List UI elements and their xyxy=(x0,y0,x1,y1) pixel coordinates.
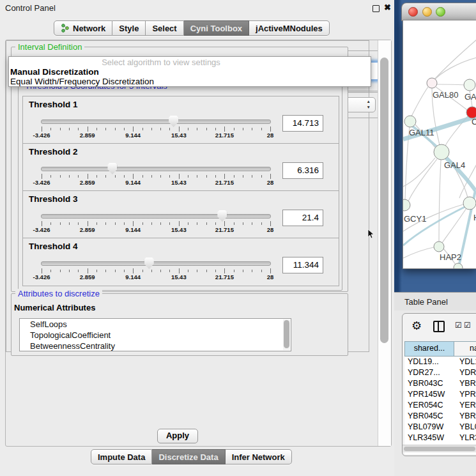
table-row[interactable]: YER054CYER0 xyxy=(404,400,476,411)
tab-style[interactable]: Style xyxy=(112,20,146,36)
tick-mark xyxy=(224,221,225,226)
checkbox-icon[interactable]: ☑ xyxy=(455,321,462,330)
table-row[interactable]: YPR145WYPR1 xyxy=(404,389,476,400)
cell-name: YBR0 xyxy=(459,411,476,422)
tick-label: 15.43 xyxy=(171,226,187,233)
table-row[interactable]: YLR345WYLR3 xyxy=(404,433,476,443)
tick-mark xyxy=(60,175,61,178)
list-scrollbar-thumb[interactable] xyxy=(284,320,289,348)
tick-mark xyxy=(215,175,216,178)
list-item[interactable]: SelfLoops xyxy=(20,319,291,330)
tab-network[interactable]: Network xyxy=(54,20,112,36)
network-edge xyxy=(411,87,428,116)
tick-mark xyxy=(60,128,61,130)
columns-icon[interactable] xyxy=(433,321,445,332)
network-graph: GAL80GACGAL11GAL4GCY1HHAP2 xyxy=(403,20,476,268)
cell-shared-name: YBL079W xyxy=(404,422,459,433)
table-panel-title: Table Panel xyxy=(404,297,448,307)
tick-mark xyxy=(206,270,207,272)
network-node-gal4[interactable] xyxy=(434,144,449,160)
table-toolbar: ⚙ ☑ ☑ xyxy=(403,314,476,339)
threshold-row: Threshold 4-3.4262.8599.14415.4321.71528… xyxy=(22,238,339,286)
column-header-shared-name[interactable]: shared... xyxy=(405,342,454,356)
tick-mark xyxy=(69,270,70,272)
table-row[interactable]: YBR043CYBR0 xyxy=(404,378,476,389)
network-node-node-right[interactable] xyxy=(463,197,476,210)
tab-jactivemnodules[interactable]: jActiveMNodules xyxy=(249,20,330,36)
threshold-slider-track[interactable] xyxy=(41,119,271,124)
tick-mark xyxy=(151,222,152,225)
threshold-value-field[interactable]: 14.713 xyxy=(282,115,323,132)
numerical-attributes-label: Numerical Attributes xyxy=(14,303,95,312)
tick-mark xyxy=(105,128,106,130)
network-node-gcy1[interactable] xyxy=(403,199,410,211)
tick-mark xyxy=(96,128,97,130)
tick-mark xyxy=(151,175,152,178)
minimize-traffic-light-icon[interactable] xyxy=(422,7,432,17)
tick-mark xyxy=(252,222,252,225)
tick-mark xyxy=(60,270,61,272)
tick-mark xyxy=(42,221,42,226)
checkbox-icon[interactable]: ☑ xyxy=(464,321,471,330)
tick-label: 21.715 xyxy=(215,273,234,280)
tick-mark xyxy=(160,270,161,272)
tick-mark xyxy=(197,270,197,272)
network-node-node-top-right[interactable] xyxy=(464,79,475,91)
tick-mark xyxy=(142,270,143,272)
tick-mark xyxy=(115,175,116,178)
numerical-attributes-list[interactable]: SelfLoopsTopologicalCoefficientBetweenne… xyxy=(19,318,291,351)
table-row[interactable]: YBL079WYBL0 xyxy=(404,422,476,433)
dropdown-option-equal-width[interactable]: Equal Width/Frequency Discretization xyxy=(9,77,371,86)
node-label-gal4: GAL4 xyxy=(444,160,465,170)
table-row[interactable]: YDL19...YDL1 xyxy=(404,357,476,367)
horizontal-scrollbar-thumb[interactable] xyxy=(404,447,475,451)
apply-button[interactable]: Apply xyxy=(157,429,198,443)
tick-mark xyxy=(169,128,170,130)
gear-icon[interactable]: ⚙ xyxy=(411,319,422,333)
zoom-traffic-light-icon[interactable] xyxy=(436,7,445,17)
close-traffic-light-icon[interactable] xyxy=(408,7,418,17)
horizontal-scrollbar[interactable] xyxy=(403,445,476,452)
tab-select[interactable]: Select xyxy=(146,20,183,36)
close-icon[interactable]: ✖ xyxy=(384,3,391,12)
network-node-gal80[interactable] xyxy=(427,78,437,88)
list-scrollbar[interactable] xyxy=(283,319,290,350)
network-node-hap2[interactable] xyxy=(434,242,444,252)
column-header-name[interactable]: na xyxy=(454,342,476,356)
threshold-value-field[interactable]: 11.344 xyxy=(282,257,323,273)
float-window-icon[interactable] xyxy=(372,5,380,12)
panel-title: Control Panel xyxy=(5,3,56,13)
tick-mark xyxy=(188,270,188,272)
threshold-slider-track[interactable] xyxy=(41,167,271,171)
tick-label: 28 xyxy=(267,226,274,233)
tick-mark xyxy=(261,270,262,272)
threshold-value-field[interactable]: 6.316 xyxy=(282,162,323,179)
tab-impute-data[interactable]: Impute Data xyxy=(91,449,152,464)
network-edge xyxy=(442,208,466,243)
threshold-slider-track[interactable] xyxy=(41,261,271,266)
threshold-slider-track[interactable] xyxy=(41,214,271,219)
tick-mark xyxy=(69,175,70,178)
tab-cyni-toolbox[interactable]: Cyni Toolbox xyxy=(184,20,249,36)
threshold-value-field[interactable]: 21.4 xyxy=(282,210,323,226)
list-item[interactable]: BetweennessCentrality xyxy=(20,341,291,351)
list-item[interactable]: TopologicalCoefficient xyxy=(20,330,291,341)
network-canvas[interactable]: GAL80GACGAL11GAL4GCY1HHAP2 xyxy=(403,20,476,269)
tick-mark xyxy=(261,175,262,178)
tick-mark xyxy=(133,174,134,179)
slider-tick-labels: -3.4262.8599.14415.4321.71528 xyxy=(42,132,270,139)
dropdown-option-manual[interactable]: Manual Discretization xyxy=(9,67,371,77)
table-row[interactable]: YDR27...YDR2 xyxy=(404,367,476,378)
tab-discretize-data[interactable]: Discretize Data xyxy=(152,449,225,464)
network-icon xyxy=(61,24,70,33)
threshold-row: Threshold 3-3.4262.8599.14415.4321.71528… xyxy=(22,190,339,239)
interval-group-title: Interval Definition xyxy=(15,42,84,52)
node-label-gal11: GAL11 xyxy=(409,128,434,137)
table-row[interactable]: YBR045CYBR0 xyxy=(404,411,476,422)
tick-label: 9.144 xyxy=(125,226,141,233)
attributes-groupbox: Attributes to discretize Numerical Attri… xyxy=(11,293,348,352)
tick-mark xyxy=(197,175,197,178)
tab-infer-network[interactable]: Infer Network xyxy=(226,449,292,464)
network-node-gal11[interactable] xyxy=(404,116,416,127)
table-rows: YDL19...YDL1YDR27...YDR2YBR043CYBR0YPR14… xyxy=(404,357,476,454)
